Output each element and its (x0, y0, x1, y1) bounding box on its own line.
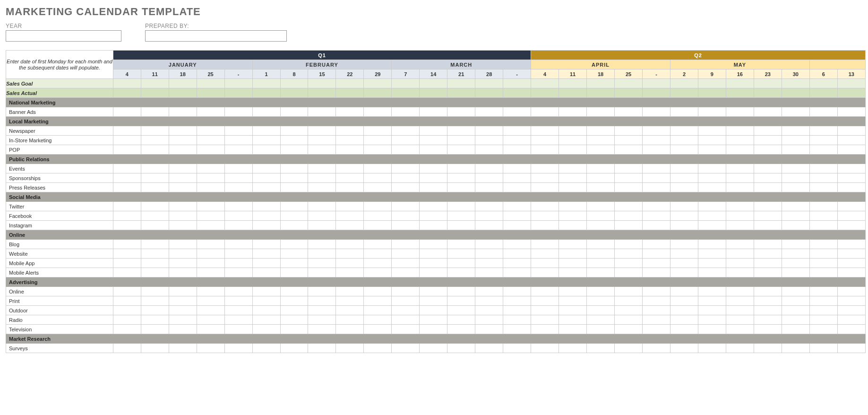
data-cell[interactable] (447, 173, 475, 183)
data-cell[interactable] (141, 287, 169, 296)
data-cell[interactable] (392, 173, 420, 183)
data-cell[interactable] (392, 240, 420, 249)
data-cell[interactable] (754, 183, 782, 192)
data-cell[interactable] (809, 202, 837, 211)
data-cell[interactable] (809, 173, 837, 183)
data-cell[interactable] (531, 296, 559, 306)
data-cell[interactable] (587, 107, 615, 117)
data-cell[interactable] (420, 296, 447, 306)
data-cell[interactable] (475, 296, 503, 306)
data-cell[interactable] (336, 202, 364, 211)
data-cell[interactable] (364, 183, 392, 192)
data-cell[interactable] (782, 221, 809, 230)
data-cell[interactable] (141, 240, 169, 249)
data-cell[interactable] (475, 259, 503, 268)
data-cell[interactable] (169, 240, 197, 249)
data-cell[interactable] (224, 315, 252, 325)
data-cell[interactable] (392, 79, 420, 88)
data-cell[interactable] (364, 344, 392, 353)
data-cell[interactable] (224, 202, 252, 211)
data-cell[interactable] (420, 325, 447, 334)
data-cell[interactable] (364, 173, 392, 183)
data-cell[interactable] (531, 164, 559, 173)
data-cell[interactable] (559, 126, 587, 136)
week-header[interactable]: 23 (754, 69, 782, 79)
data-cell[interactable] (754, 315, 782, 325)
data-cell[interactable] (531, 107, 559, 117)
data-cell[interactable] (420, 211, 447, 221)
data-cell[interactable] (308, 183, 336, 192)
data-cell[interactable] (224, 126, 252, 136)
data-cell[interactable] (782, 268, 809, 277)
data-cell[interactable] (197, 183, 224, 192)
data-cell[interactable] (197, 325, 224, 334)
data-cell[interactable] (698, 249, 726, 259)
data-cell[interactable] (392, 164, 420, 173)
data-cell[interactable] (809, 88, 837, 98)
data-cell[interactable] (364, 306, 392, 315)
data-cell[interactable] (503, 315, 531, 325)
data-cell[interactable] (531, 202, 559, 211)
data-cell[interactable] (447, 126, 475, 136)
data-cell[interactable] (503, 136, 531, 145)
data-cell[interactable] (503, 249, 531, 259)
data-cell[interactable] (531, 183, 559, 192)
data-cell[interactable] (280, 202, 308, 211)
data-cell[interactable] (643, 249, 670, 259)
data-cell[interactable] (308, 221, 336, 230)
data-cell[interactable] (698, 259, 726, 268)
week-header[interactable]: 16 (726, 69, 754, 79)
data-cell[interactable] (308, 315, 336, 325)
data-cell[interactable] (197, 315, 224, 325)
data-cell[interactable] (280, 268, 308, 277)
data-cell[interactable] (615, 145, 643, 155)
data-cell[interactable] (837, 287, 865, 296)
data-cell[interactable] (308, 325, 336, 334)
data-cell[interactable] (252, 145, 280, 155)
week-header[interactable]: - (224, 69, 252, 79)
data-cell[interactable] (252, 202, 280, 211)
data-cell[interactable] (698, 268, 726, 277)
data-cell[interactable] (364, 287, 392, 296)
data-cell[interactable] (447, 344, 475, 353)
data-cell[interactable] (364, 249, 392, 259)
data-cell[interactable] (420, 202, 447, 211)
data-cell[interactable] (141, 88, 169, 98)
data-cell[interactable] (252, 268, 280, 277)
data-cell[interactable] (643, 268, 670, 277)
data-cell[interactable] (615, 315, 643, 325)
data-cell[interactable] (754, 173, 782, 183)
data-cell[interactable] (197, 296, 224, 306)
data-cell[interactable] (559, 296, 587, 306)
data-cell[interactable] (336, 183, 364, 192)
data-cell[interactable] (698, 164, 726, 173)
data-cell[interactable] (782, 249, 809, 259)
data-cell[interactable] (308, 136, 336, 145)
data-cell[interactable] (113, 88, 141, 98)
data-cell[interactable] (670, 287, 698, 296)
data-cell[interactable] (698, 145, 726, 155)
data-cell[interactable] (726, 107, 754, 117)
data-cell[interactable] (392, 315, 420, 325)
data-cell[interactable] (809, 240, 837, 249)
data-cell[interactable] (197, 221, 224, 230)
data-cell[interactable] (420, 173, 447, 183)
data-cell[interactable] (782, 315, 809, 325)
data-cell[interactable] (392, 221, 420, 230)
data-cell[interactable] (698, 107, 726, 117)
data-cell[interactable] (643, 79, 670, 88)
data-cell[interactable] (364, 202, 392, 211)
data-cell[interactable] (475, 136, 503, 145)
week-header[interactable]: 4 (531, 69, 559, 79)
data-cell[interactable] (308, 268, 336, 277)
data-cell[interactable] (503, 164, 531, 173)
data-cell[interactable] (615, 306, 643, 315)
data-cell[interactable] (169, 315, 197, 325)
data-cell[interactable] (809, 107, 837, 117)
data-cell[interactable] (698, 183, 726, 192)
data-cell[interactable] (698, 315, 726, 325)
data-cell[interactable] (754, 325, 782, 334)
data-cell[interactable] (503, 88, 531, 98)
data-cell[interactable] (837, 240, 865, 249)
data-cell[interactable] (113, 183, 141, 192)
